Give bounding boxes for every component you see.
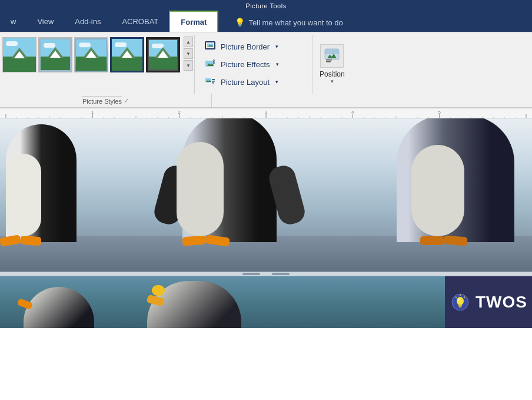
tab-w[interactable]: w [0,11,26,32]
style-thumbnails [2,35,182,72]
style-thumb-4[interactable] [110,37,144,72]
picture-styles-label-section: Picture Styles ⤢ [0,94,212,107]
tab-format[interactable]: Format [169,11,218,32]
picture-effects-icon [204,58,216,70]
ribbon-content: ▲ ▼ ▼ Picture Border ▾ [0,32,532,94]
position-section: Position ▾ [312,35,352,94]
position-button[interactable] [320,44,344,68]
svg-rect-3 [207,44,213,45]
picture-border-icon [204,41,216,52]
svg-rect-11 [212,81,215,82]
scroll-down-button[interactable]: ▼ [184,48,193,59]
svg-text:1: 1 [91,110,94,115]
picture-border-dropdown-arrow: ▾ [275,44,278,49]
ruler: // This won't execute inside SVG, so we … [0,108,532,118]
lightbulb-icon: 💡 [235,18,245,27]
picture-layout-button[interactable]: Picture Layout ▾ [200,74,307,90]
picture-styles-section: ▲ ▼ ▼ [2,35,194,94]
picture-commands-section: Picture Border ▾ Picture Effects ▾ [194,35,312,94]
separator-handle-left[interactable] [242,273,260,275]
svg-rect-82 [459,306,462,308]
picture-border-button[interactable]: Picture Border ▾ [200,38,307,55]
svg-point-83 [458,298,460,301]
ribbon-bottom-row: Picture Styles ⤢ [0,94,532,108]
style-thumb-1[interactable] [2,37,36,72]
main-content: TWOS [0,118,532,328]
svg-rect-17 [326,61,331,62]
picture-tools-bar: Picture Tools [0,0,532,11]
svg-rect-10 [212,79,215,80]
ribbon-container: Picture Tools w View Add-ins ACROBAT For… [0,0,532,108]
svg-point-80 [457,297,464,305]
svg-rect-9 [205,78,211,81]
tab-view[interactable]: View [26,11,64,32]
penguin-background [0,118,532,272]
penguin-image-top [0,118,532,272]
scroll-expand-button[interactable]: ▼ [184,60,193,71]
picture-styles-label: Picture Styles [82,96,122,106]
svg-rect-14 [325,49,339,54]
scroll-up-button[interactable]: ▲ [184,37,193,47]
bottom-image: TWOS [0,276,532,328]
twos-logo-icon [450,292,471,313]
svg-text:3: 3 [265,110,268,115]
styles-expand-icon[interactable]: ⤢ [124,98,129,104]
svg-text:2: 2 [178,110,181,115]
picture-tools-label: Picture Tools [245,2,286,9]
twos-text: TWOS [476,293,527,312]
style-thumb-2[interactable] [38,37,72,72]
picture-effects-button[interactable]: Picture Effects ▾ [200,56,307,72]
separator-handle-right[interactable] [272,273,290,275]
position-down-arrow-icon: ▾ [331,78,334,84]
style-thumb-5[interactable] [146,37,180,72]
svg-rect-16 [326,59,332,61]
svg-text:5: 5 [438,110,441,115]
svg-text:4: 4 [351,110,354,115]
position-label: Position [320,70,345,78]
ruler-inner: // This won't execute inside SVG, so we … [0,108,532,118]
tab-bar: w View Add-ins ACROBAT Format 💡 Tell me … [0,11,532,32]
style-thumb-3[interactable] [74,37,108,72]
svg-line-85 [455,297,457,297]
separator-line [0,272,532,276]
tab-addins[interactable]: Add-ins [64,11,111,32]
svg-rect-81 [458,305,462,306]
tab-tell-me[interactable]: 💡 Tell me what you want to do [224,13,353,32]
picture-layout-dropdown-arrow: ▾ [275,79,278,85]
svg-rect-12 [212,82,214,84]
svg-line-86 [464,297,465,297]
tab-acrobat[interactable]: ACROBAT [111,11,169,32]
styles-row-container: ▲ ▼ ▼ [2,35,194,72]
picture-effects-dropdown-arrow: ▾ [276,61,279,67]
picture-layout-icon [204,76,216,88]
twos-watermark: TWOS [445,276,532,328]
svg-rect-6 [205,61,214,64]
styles-scrollbar: ▲ ▼ ▼ [182,35,194,72]
